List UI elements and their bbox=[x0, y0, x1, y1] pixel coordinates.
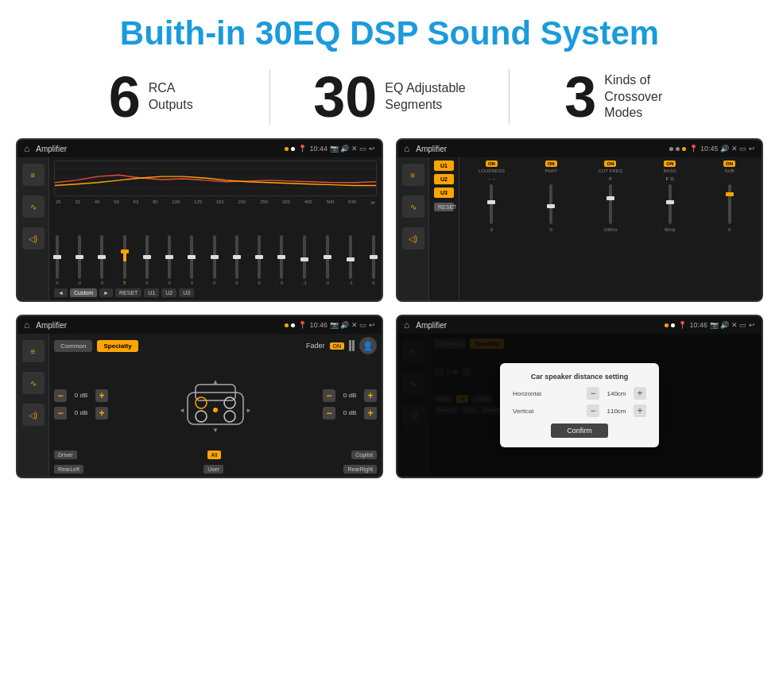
crossover-screen-card: ⌂ Amplifier 📍 10:45 🔊 ✕ ▭ ↩ ≡ ∿ ◁) U1 U2 bbox=[396, 138, 763, 302]
ch-cutfreq-toggle[interactable]: ON bbox=[604, 160, 616, 167]
dialog-horizontal-row: Horizontal − 140cm + bbox=[513, 387, 646, 400]
vol-value-1: 0 dB bbox=[70, 392, 92, 399]
fader-on-toggle[interactable]: ON bbox=[330, 342, 345, 350]
cross-wave-btn[interactable]: ∿ bbox=[402, 195, 424, 218]
dialog-overlay: Car speaker distance setting Horizontal … bbox=[397, 334, 762, 477]
dialog-time: 10:46 bbox=[689, 321, 707, 329]
vol-row-1: − 0 dB + bbox=[54, 389, 108, 402]
svg-point-10 bbox=[213, 408, 218, 412]
crossover-side-controls: ≡ ∿ ◁) bbox=[397, 157, 429, 300]
dialog-horizontal-label: Horizontal bbox=[513, 390, 552, 397]
page-title: Buith-in 30EQ DSP Sound System bbox=[0, 0, 779, 60]
dialog-horizontal-plus[interactable]: + bbox=[634, 387, 646, 400]
car-diagram: ▲ ▼ ◄ ► bbox=[113, 361, 318, 447]
eq-main-area: 25 32 40 50 63 80 100 125 160 200 250 32… bbox=[49, 157, 382, 300]
btn-all[interactable]: All bbox=[207, 451, 222, 459]
eq-slider-10[interactable]: 0 bbox=[280, 235, 283, 285]
eq-time: 10:44 bbox=[309, 145, 327, 153]
eq-u3-btn[interactable]: U3 bbox=[179, 288, 194, 297]
eq-slider-7[interactable]: 0 bbox=[213, 235, 216, 285]
eq-slider-13[interactable]: -1 bbox=[348, 235, 352, 285]
eq-wave-btn[interactable]: ∿ bbox=[22, 195, 45, 218]
eq-slider-6[interactable]: 0 bbox=[190, 235, 193, 285]
vol-plus-2[interactable]: + bbox=[95, 407, 108, 420]
svg-point-7 bbox=[224, 397, 235, 408]
fader-icon-btn[interactable]: ≡ bbox=[22, 340, 45, 362]
eq-reset-btn[interactable]: RESET bbox=[115, 288, 141, 297]
fader-profile-icon[interactable]: 👤 bbox=[359, 337, 377, 354]
vol-plus-3[interactable]: + bbox=[364, 389, 377, 402]
fader-wave-btn[interactable]: ∿ bbox=[22, 372, 45, 394]
eq-slider-2[interactable]: 0 bbox=[100, 235, 103, 285]
crossover-main: U1 U2 U3 RESET ON LOUDNESS ~~ bbox=[429, 157, 762, 300]
fader-tab-specialty[interactable]: Specialty bbox=[97, 340, 138, 352]
eq-icon-btn[interactable]: ≡ bbox=[22, 164, 45, 186]
cross-icon-btn[interactable]: ≡ bbox=[402, 164, 424, 186]
eq-slider-9[interactable]: 0 bbox=[258, 235, 261, 285]
vol-value-3: 0 dB bbox=[339, 392, 361, 399]
eq-prev-btn[interactable]: ◄ bbox=[54, 288, 68, 297]
svg-text:◄: ◄ bbox=[179, 407, 185, 414]
dot1 bbox=[285, 147, 289, 151]
eq-graph-svg bbox=[55, 161, 376, 195]
eq-slider-8[interactable]: 0 bbox=[235, 235, 238, 285]
eq-slider-5[interactable]: 0 bbox=[168, 235, 171, 285]
preset-u3[interactable]: U3 bbox=[434, 188, 454, 198]
vol-minus-2[interactable]: − bbox=[54, 407, 67, 420]
speaker-distance-dialog: Car speaker distance setting Horizontal … bbox=[500, 363, 659, 447]
fader-tab-common[interactable]: Common bbox=[54, 340, 92, 352]
ch-sub: ON SUB 0 bbox=[700, 160, 759, 232]
channel-headers: ON LOUDNESS ~~ 0 ON PHAT bbox=[462, 160, 759, 232]
dialog-horizontal-minus[interactable]: − bbox=[587, 387, 599, 400]
dialog-dot2 bbox=[671, 323, 675, 327]
eq-slider-1[interactable]: 0 bbox=[78, 235, 81, 285]
ch-phat-toggle[interactable]: ON bbox=[545, 160, 557, 167]
preset-u1[interactable]: U1 bbox=[434, 160, 454, 171]
btn-rearright[interactable]: RearRight bbox=[343, 465, 377, 474]
btn-driver[interactable]: Driver bbox=[54, 451, 77, 459]
ch-sub-toggle[interactable]: ON bbox=[723, 160, 735, 167]
svg-text:▼: ▼ bbox=[212, 427, 219, 434]
eq-slider-12[interactable]: 0 bbox=[326, 235, 329, 285]
home-icon-3: ⌂ bbox=[24, 319, 29, 331]
eq-bottom-controls: ◄ Custom ► RESET U1 U2 U3 bbox=[54, 288, 377, 297]
ch-loudness-toggle[interactable]: ON bbox=[486, 160, 498, 167]
cross-speaker-btn[interactable]: ◁) bbox=[402, 227, 424, 249]
eq-slider-0[interactable]: 0 bbox=[56, 235, 59, 285]
right-vol-controls: − 0 dB + − 0 dB + bbox=[323, 361, 377, 447]
eq-u1-btn[interactable]: U1 bbox=[144, 288, 159, 297]
eq-slider-14[interactable]: 0 bbox=[372, 235, 375, 285]
vol-minus-1[interactable]: − bbox=[54, 389, 67, 402]
eq-status-bar: ⌂ Amplifier 📍 10:44 📷 🔊 ✕ ▭ ↩ bbox=[17, 140, 382, 157]
dialog-vertical-plus[interactable]: + bbox=[634, 404, 646, 417]
fader-speaker-btn[interactable]: ◁) bbox=[22, 404, 45, 426]
btn-user[interactable]: User bbox=[203, 465, 223, 474]
btn-rearleft[interactable]: RearLeft bbox=[54, 465, 83, 474]
preset-u2[interactable]: U2 bbox=[434, 174, 454, 184]
fader-screen-content: ≡ ∿ ◁) Common Specialty Fader ON 👤 bbox=[17, 334, 382, 477]
vol-minus-4[interactable]: − bbox=[323, 407, 335, 420]
crossover-reset[interactable]: RESET bbox=[434, 203, 454, 211]
eq-play-btn[interactable]: ► bbox=[99, 288, 113, 297]
home-icon-4: ⌂ bbox=[404, 319, 409, 331]
home-icon: ⌂ bbox=[24, 143, 29, 154]
vol-row-4: − 0 dB + bbox=[323, 407, 377, 420]
eq-slider-3[interactable]: 5 bbox=[123, 235, 126, 285]
eq-u2-btn[interactable]: U2 bbox=[161, 288, 176, 297]
eq-slider-4[interactable]: 0 bbox=[145, 235, 149, 285]
fader-bottom-row-2: RearLeft User RearRight bbox=[54, 465, 377, 474]
eq-screen-card: ⌂ Amplifier 📍 10:44 📷 🔊 ✕ ▭ ↩ ≡ ∿ ◁) bbox=[16, 138, 383, 302]
ch-bass-toggle[interactable]: ON bbox=[664, 160, 676, 167]
eq-speaker-btn[interactable]: ◁) bbox=[22, 227, 45, 249]
btn-copilot[interactable]: Copilot bbox=[351, 451, 377, 459]
confirm-button[interactable]: Confirm bbox=[551, 423, 608, 438]
vol-plus-4[interactable]: + bbox=[364, 407, 377, 420]
vol-value-2: 0 dB bbox=[70, 409, 92, 416]
crossover-screen-content: ≡ ∿ ◁) U1 U2 U3 RESET ON LOUDNESS bbox=[397, 157, 762, 300]
eq-slider-11[interactable]: -1 bbox=[303, 235, 307, 285]
vol-minus-3[interactable]: − bbox=[323, 389, 335, 402]
vol-plus-1[interactable]: + bbox=[95, 389, 108, 402]
dialog-vertical-minus[interactable]: − bbox=[587, 404, 599, 417]
svg-point-6 bbox=[196, 397, 207, 408]
screens-grid: ⌂ Amplifier 📍 10:44 📷 🔊 ✕ ▭ ↩ ≡ ∿ ◁) bbox=[0, 138, 779, 494]
